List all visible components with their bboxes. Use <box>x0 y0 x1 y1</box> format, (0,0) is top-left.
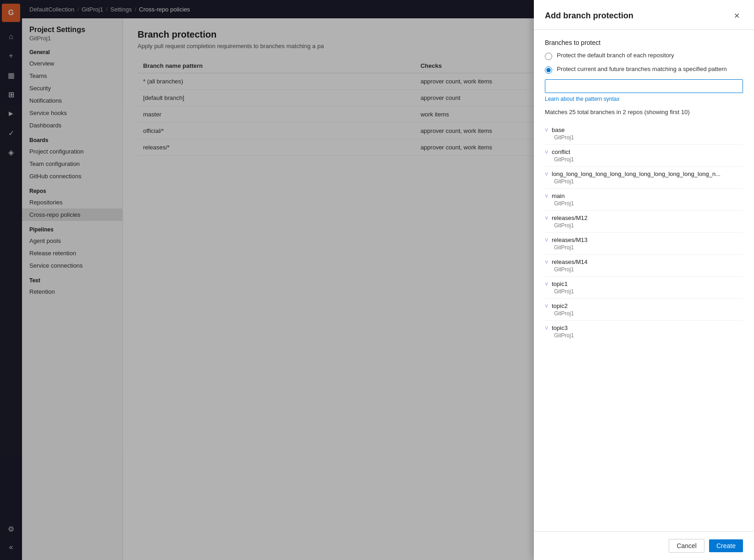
branch-name-row: ⑂ releases/M12 <box>545 214 743 221</box>
branch-repo: GitProj1 <box>545 332 743 339</box>
branch-item: ⑂ conflict GitProj1 <box>545 145 743 167</box>
branches-to-protect-label: Branches to protect <box>545 39 743 46</box>
branch-repo: GitProj1 <box>545 310 743 317</box>
modal-header: Add branch protection ✕ <box>534 0 754 30</box>
branch-icon: ⑂ <box>545 303 548 309</box>
modal-footer: Cancel Create <box>534 531 754 560</box>
branch-repo: GitProj1 <box>545 178 743 185</box>
branch-name: main <box>552 192 565 199</box>
create-button[interactable]: Create <box>709 539 743 552</box>
branch-icon: ⑂ <box>545 171 548 177</box>
branch-icon: ⑂ <box>545 193 548 199</box>
branch-list: ⑂ base GitProj1 ⑂ conflict GitProj1 ⑂ lo… <box>545 123 743 342</box>
branch-item: ⑂ topic3 GitProj1 <box>545 321 743 342</box>
branch-repo: GitProj1 <box>545 244 743 251</box>
branch-item: ⑂ base GitProj1 <box>545 123 743 145</box>
branch-name-row: ⑂ releases/M14 <box>545 258 743 265</box>
branch-name: long_long_long_long_long_long_long_long_… <box>552 170 721 177</box>
branch-icon: ⑂ <box>545 215 548 221</box>
branch-name: conflict <box>552 148 570 155</box>
branch-repo: GitProj1 <box>545 288 743 295</box>
branch-icon: ⑂ <box>545 325 548 331</box>
modal-body: Branches to protect Protect the default … <box>534 30 754 531</box>
modal-close-button[interactable]: ✕ <box>730 9 743 22</box>
pattern-input[interactable]: t <box>545 79 743 93</box>
branch-icon: ⑂ <box>545 259 548 265</box>
radio-option-pattern[interactable]: Protect current and future branches matc… <box>545 66 743 74</box>
radio-pattern-label: Protect current and future branches matc… <box>557 66 727 72</box>
radio-default-branch[interactable] <box>545 53 552 60</box>
branch-icon: ⑂ <box>545 149 548 155</box>
branch-item: ⑂ releases/M13 GitProj1 <box>545 233 743 255</box>
branch-name-row: ⑂ base <box>545 126 743 133</box>
radio-option-default[interactable]: Protect the default branch of each repos… <box>545 52 743 60</box>
branch-name: base <box>552 126 565 133</box>
branch-name: topic1 <box>552 280 568 287</box>
branch-name-row: ⑂ long_long_long_long_long_long_long_lon… <box>545 170 743 177</box>
modal-panel: Add branch protection ✕ Branches to prot… <box>534 0 754 560</box>
match-summary: Matches 25 total branches in 2 repos (sh… <box>545 109 743 115</box>
modal-overlay: Add branch protection ✕ Branches to prot… <box>0 0 754 560</box>
branch-name: topic2 <box>552 302 568 309</box>
branch-name: topic3 <box>552 324 568 331</box>
branch-name: releases/M14 <box>552 258 588 265</box>
radio-pattern-branch[interactable] <box>545 66 552 74</box>
branch-repo: GitProj1 <box>545 200 743 207</box>
branch-name: releases/M13 <box>552 236 588 243</box>
branch-item: ⑂ main GitProj1 <box>545 189 743 211</box>
branch-name: releases/M12 <box>552 214 588 221</box>
branch-repo: GitProj1 <box>545 156 743 163</box>
branch-name-row: ⑂ main <box>545 192 743 199</box>
branch-repo: GitProj1 <box>545 134 743 141</box>
branch-repo: GitProj1 <box>545 222 743 229</box>
branch-item: ⑂ long_long_long_long_long_long_long_lon… <box>545 167 743 189</box>
branch-name-row: ⑂ conflict <box>545 148 743 155</box>
cancel-button[interactable]: Cancel <box>669 539 704 553</box>
branch-name-row: ⑂ topic1 <box>545 280 743 287</box>
branch-item: ⑂ releases/M14 GitProj1 <box>545 255 743 277</box>
branch-name-row: ⑂ topic2 <box>545 302 743 309</box>
branch-repo: GitProj1 <box>545 266 743 273</box>
branch-name-row: ⑂ releases/M13 <box>545 236 743 243</box>
branch-name-row: ⑂ topic3 <box>545 324 743 331</box>
branch-icon: ⑂ <box>545 237 548 243</box>
branch-item: ⑂ topic2 GitProj1 <box>545 299 743 321</box>
branch-item: ⑂ topic1 GitProj1 <box>545 277 743 299</box>
branch-item: ⑂ releases/M12 GitProj1 <box>545 211 743 233</box>
modal-title: Add branch protection <box>545 11 633 21</box>
radio-default-label: Protect the default branch of each repos… <box>557 52 674 59</box>
pattern-hint-link[interactable]: Learn about the pattern syntax <box>545 96 743 102</box>
branch-icon: ⑂ <box>545 281 548 287</box>
branch-icon: ⑂ <box>545 127 548 133</box>
